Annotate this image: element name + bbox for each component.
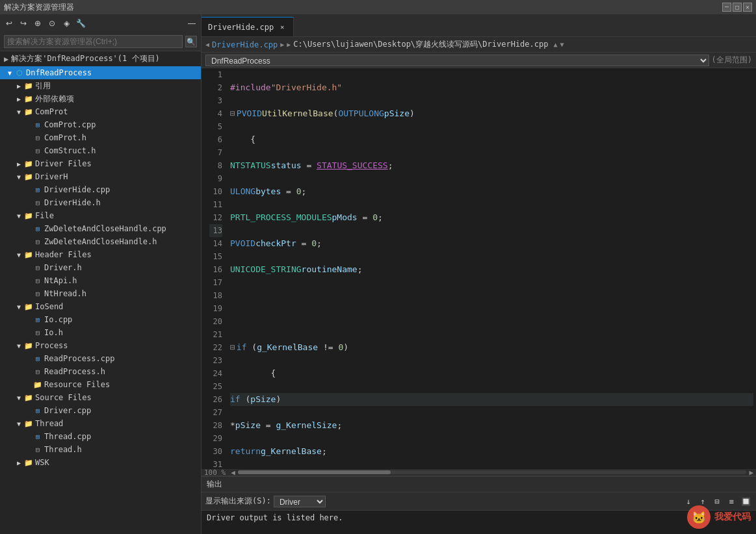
comprot-label: ComProt xyxy=(35,107,68,116)
external-label: 外部依赖项 xyxy=(35,94,74,105)
ln-9: 9 xyxy=(209,172,222,185)
code-line-15: return g_KernelBase; xyxy=(230,445,753,458)
ln-1: 1 xyxy=(209,68,222,81)
path-arrow-left: ◀ xyxy=(205,41,209,48)
comprot-h-label: ComProt.h xyxy=(44,133,86,142)
float-button[interactable]: □ xyxy=(733,3,742,12)
sidebar-item-zwdelete-cpp[interactable]: ⊞ ZwDeleteAndCloseHandle.cpp xyxy=(0,222,201,235)
driverh-icon: 📁 xyxy=(23,173,34,181)
sidebar-item-external-deps[interactable]: ▶ 📁 外部依赖项 xyxy=(0,92,201,105)
sidebar-item-references[interactable]: ▶ 📁 引用 xyxy=(0,79,201,92)
thread-folder-label: Thread xyxy=(35,419,63,428)
scrollbar-track[interactable] xyxy=(238,470,747,474)
code-line-2: ⊟ PVOID UtilKernelBase(OUT PULONG pSize) xyxy=(230,107,753,120)
tab-bar: DriverHide.cpp ✕ xyxy=(202,14,756,37)
sync-button[interactable]: ↩ xyxy=(3,17,16,30)
sidebar-item-source-files[interactable]: ▼ 📁 Source Files xyxy=(0,391,201,404)
h-icon: ⊟ xyxy=(33,134,43,142)
sidebar-item-driver-h[interactable]: ⊟ Driver.h xyxy=(0,261,201,274)
sidebar-item-header-files[interactable]: ▼ 📁 Header Files xyxy=(0,248,201,261)
project-root[interactable]: ▼ ⬡ DnfReadProcess xyxy=(0,66,201,79)
pin-button[interactable]: — xyxy=(185,17,198,30)
scrollbar-thumb[interactable] xyxy=(238,470,391,474)
sidebar-item-wsk[interactable]: ▶ 📁 WSK xyxy=(0,456,201,469)
horizontal-scrollbar[interactable]: 100 % ◀ ▶ xyxy=(202,469,756,476)
ln-6: 6 xyxy=(209,133,222,146)
comstruct-h-label: ComStruct.h xyxy=(44,146,96,155)
ln-16: 16 xyxy=(209,263,222,276)
solution-icon: ▶ xyxy=(4,55,8,64)
tab-close-button[interactable]: ✕ xyxy=(278,23,287,32)
comprot-arrow: ▼ xyxy=(14,108,23,116)
references-label: 引用 xyxy=(35,81,51,92)
properties-button[interactable]: ◈ xyxy=(60,17,73,30)
collapse-button[interactable]: ⊙ xyxy=(46,17,59,30)
tab-driverhide-cpp[interactable]: DriverHide.cpp ✕ xyxy=(202,17,294,36)
main-layout: ↩ ↪ ⊕ ⊙ ◈ 🔧 — 🔍 ▶ 解决方案'DnfReadProcess'(1… xyxy=(0,14,756,534)
ntapi-h-icon: ⊟ xyxy=(33,277,43,285)
sidebar-item-io-h[interactable]: ⊟ Io.h xyxy=(0,326,201,339)
nav-scope: (全局范围) xyxy=(712,55,752,66)
titlebar-text: 解决方案资源管理器 xyxy=(4,2,722,13)
sidebar-item-resource-files[interactable]: 📁 Resource Files xyxy=(0,378,201,391)
sidebar-item-comprot-h[interactable]: ⊟ ComProt.h xyxy=(0,131,201,144)
code-line-12: { xyxy=(230,367,753,380)
code-line-9 xyxy=(230,289,753,302)
iosend-icon: 📁 xyxy=(23,303,34,311)
ln-11: 11 xyxy=(209,198,222,211)
output-title: 输出 xyxy=(207,479,222,490)
ln-4: 4 xyxy=(209,107,222,120)
sidebar-item-thread-h[interactable]: ⊟ Thread.h xyxy=(0,443,201,456)
thread-cpp-label: Thread.cpp xyxy=(44,432,91,441)
code-line-5: ULONG bytes = 0; xyxy=(230,185,753,198)
search-input[interactable] xyxy=(4,35,183,48)
comprot-icon: 📁 xyxy=(23,108,34,116)
sidebar-item-comprot[interactable]: ▼ 📁 ComProt xyxy=(0,105,201,118)
file-label: File xyxy=(35,211,54,220)
sidebar-item-driverhide-cpp[interactable]: ⊞ DriverHide.cpp xyxy=(0,183,201,196)
search-button[interactable]: 🔍 xyxy=(185,36,197,47)
settings-button[interactable]: 🔧 xyxy=(74,17,87,30)
sidebar-item-io-cpp[interactable]: ⊞ Io.cpp xyxy=(0,313,201,326)
sidebar-item-file[interactable]: ▼ 📁 File xyxy=(0,209,201,222)
sidebar-item-comstruct-h[interactable]: ⊟ ComStruct.h xyxy=(0,144,201,157)
sidebar-item-ntapi-h[interactable]: ⊟ NtApi.h xyxy=(0,274,201,287)
sidebar-item-zwdelete-h[interactable]: ⊟ ZwDeleteAndCloseHandle.h xyxy=(0,235,201,248)
titlebar-buttons[interactable]: ─ □ ✕ xyxy=(722,3,752,12)
sidebar-item-thread-cpp[interactable]: ⊞ Thread.cpp xyxy=(0,430,201,443)
ln-14: 14 xyxy=(209,237,222,250)
sidebar-toolbar: ↩ ↪ ⊕ ⊙ ◈ 🔧 — xyxy=(0,14,201,32)
project-label: DnfReadProcess xyxy=(26,68,92,77)
ln-19: 19 xyxy=(209,302,222,315)
sidebar-item-driver-files[interactable]: ▶ 📁 Driver Files xyxy=(0,157,201,170)
editor-nav-bar: DnfReadProcess (全局范围) xyxy=(202,53,756,68)
filter-button[interactable]: ⊕ xyxy=(31,17,44,30)
driver-h-icon: ⊟ xyxy=(33,264,43,272)
sidebar-item-nthread-h[interactable]: ⊟ NtHread.h xyxy=(0,287,201,300)
back-button[interactable]: ↪ xyxy=(17,17,30,30)
ln-18: 18 xyxy=(209,289,222,302)
iosend-label: IoSend xyxy=(35,302,63,311)
code-editor[interactable]: 1 2 3 4 5 6 7 8 9 10 11 12 13 14 15 16 1… xyxy=(202,68,756,469)
sidebar-item-readprocess-h[interactable]: ⊟ ReadProcess.h xyxy=(0,365,201,378)
minimize-button[interactable]: ─ xyxy=(722,3,731,12)
nav-function-dropdown[interactable]: DnfReadProcess xyxy=(205,55,709,66)
code-content[interactable]: #include "DriverHide.h" ⊟ PVOID UtilKern… xyxy=(228,68,756,469)
code-line-14: *pSize = g_KernelSize; xyxy=(230,419,753,432)
sidebar-item-driver-cpp[interactable]: ⊞ Driver.cpp xyxy=(0,404,201,417)
sidebar-item-readprocess-cpp[interactable]: ⊞ ReadProcess.cpp xyxy=(0,352,201,365)
sidebar-item-driverh[interactable]: ▼ 📁 DriverH xyxy=(0,170,201,183)
source-files-icon: 📁 xyxy=(23,394,34,402)
zwdelete-cpp-label: ZwDeleteAndCloseHandle.cpp xyxy=(44,224,166,233)
driverhide-cpp-icon: ⊞ xyxy=(33,186,43,194)
output-source-dropdown[interactable]: Driver xyxy=(274,496,326,507)
process-icon: 📁 xyxy=(23,342,34,350)
sidebar-item-process[interactable]: ▼ 📁 Process xyxy=(0,339,201,352)
sidebar-item-comprot-cpp[interactable]: ⊞ ComProt.cpp xyxy=(0,118,201,131)
external-arrow: ▶ xyxy=(14,95,23,103)
ln-28: 28 xyxy=(209,419,222,432)
sidebar-item-thread[interactable]: ▼ 📁 Thread xyxy=(0,417,201,430)
sidebar-item-driverhide-h[interactable]: ⊟ DriverHide.h xyxy=(0,196,201,209)
close-button[interactable]: ✕ xyxy=(743,3,752,12)
sidebar-item-iosend[interactable]: ▼ 📁 IoSend xyxy=(0,300,201,313)
